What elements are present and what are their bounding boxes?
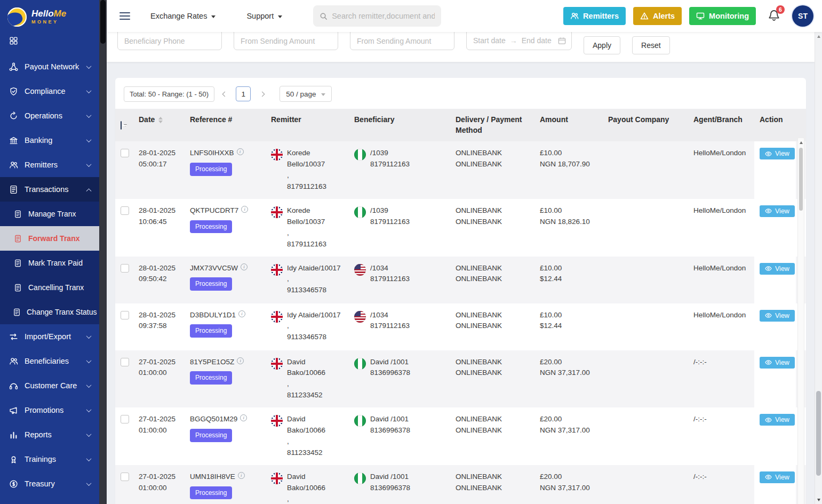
sidebar-item-beneficiaries[interactable]: Beneficiaries (0, 349, 99, 373)
monitor-icon (696, 12, 705, 20)
row-checkbox[interactable] (121, 358, 129, 366)
from-sending-amount-input-2[interactable] (350, 32, 454, 50)
document-icon (13, 235, 22, 243)
from-sending-amount-input[interactable] (234, 32, 338, 50)
delivery-payment-cell: ONLINEBANK ONLINEBANK (450, 199, 534, 257)
people-icon (9, 357, 18, 366)
select-all-checkbox[interactable] (121, 121, 122, 130)
chevron-down-icon (86, 382, 92, 388)
prev-page-button[interactable] (218, 87, 232, 101)
monitoring-button[interactable]: Monitoring (689, 7, 756, 25)
sidebar-item-forward-tranx[interactable]: Forward Tranx (0, 226, 99, 251)
row-checkbox[interactable] (121, 264, 129, 273)
notifications-bell[interactable]: 6 (768, 9, 781, 23)
status-badge: Processing (190, 429, 232, 442)
chevron-down-icon (86, 113, 92, 118)
view-button[interactable]: View (760, 414, 795, 426)
sidebar-item-mark-tranx-paid[interactable]: Mark Tranx Paid (0, 251, 99, 275)
scroll-down-icon[interactable] (815, 496, 822, 503)
amount-cell: £20.00 NGN 37,317.00 (534, 407, 603, 465)
sidebar-item-promotions[interactable]: Promotions (0, 398, 99, 422)
row-checkbox[interactable] (121, 149, 129, 157)
sidebar-item-reports[interactable]: Reports (0, 422, 99, 447)
sidebar-item-settings[interactable]: Settings (0, 496, 99, 504)
tranx-date: 28-01-2025 (139, 205, 179, 217)
search-input[interactable] (332, 12, 435, 20)
sidebar-scrollbar[interactable] (99, 0, 107, 504)
sort-icon[interactable] (158, 117, 163, 123)
row-checkbox[interactable] (121, 206, 129, 215)
view-button[interactable]: View (760, 263, 795, 275)
view-button[interactable]: View (760, 148, 795, 159)
date-cell: 27-01-2025 01:00:00 (133, 465, 185, 504)
page-number-button[interactable]: 1 (236, 86, 251, 101)
sidebar-item-cancelling-tranx[interactable]: Cancelling Tranx (0, 275, 99, 300)
sidebar-item-trainings[interactable]: Trainings (0, 447, 99, 471)
date-range-picker[interactable]: Start date End date (466, 32, 572, 50)
table-scrollbar-thumb[interactable] (799, 148, 803, 211)
info-icon[interactable]: i (238, 472, 245, 479)
info-icon[interactable]: i (241, 206, 248, 213)
sidebar-item-label: Beneficiaries (25, 357, 81, 365)
support-dropdown[interactable]: Support (246, 12, 282, 20)
remitters-button[interactable]: Remitters (563, 7, 626, 25)
agent-branch-cell: HelloMe/London (688, 141, 754, 199)
date-cell: 28-01-2025 09:50:42 (133, 257, 185, 303)
remitter-flag-icon (271, 415, 283, 427)
apply-button[interactable]: Apply (584, 36, 620, 54)
info-icon[interactable]: i (237, 357, 244, 364)
sidebar-item-import-export[interactable]: Import/Export (0, 324, 99, 349)
sidebar-item-banking[interactable]: Banking (0, 128, 99, 153)
row-checkbox[interactable] (121, 311, 129, 319)
sidebar-item-transactions[interactable]: Transactions (0, 177, 99, 202)
scroll-up-icon[interactable] (815, 33, 822, 40)
info-icon[interactable]: i (237, 148, 244, 155)
status-badge: Processing (190, 486, 232, 500)
page-scrollbar-thumb[interactable] (816, 391, 821, 476)
agent-branch-cell: HelloMe/London (688, 303, 754, 350)
receiving-amount: $12.44 (540, 274, 597, 285)
beneficiary-phone-input[interactable] (117, 32, 222, 50)
page-size-select[interactable]: 50 / page (280, 86, 332, 102)
info-icon[interactable]: i (238, 310, 245, 317)
beneficiary-cell: David /1001 8136996378 (349, 350, 450, 408)
sidebar-scrollbar-thumb[interactable] (100, 0, 106, 44)
reset-button[interactable]: Reset (632, 36, 670, 54)
view-button[interactable]: View (760, 357, 795, 369)
sidebar-item-partial[interactable] (0, 34, 99, 54)
sidebar-item-change-tranx-status[interactable]: Change Tranx Status (0, 300, 99, 324)
sidebar-item-compliance[interactable]: Compliance (0, 79, 99, 103)
hamburger-menu-button[interactable] (119, 12, 130, 20)
sidebar-menu: Payout Network Compliance Operations Ban… (0, 34, 99, 504)
table-scrollbar[interactable] (797, 138, 804, 504)
row-checkbox[interactable] (121, 415, 129, 423)
header-date[interactable]: Date (133, 109, 185, 141)
delivery-method: ONLINEBANK (456, 357, 529, 368)
sidebar-item-treasury[interactable]: Treasury (0, 471, 99, 496)
header-reference: Reference # (185, 109, 266, 141)
beneficiary-phone: 8136996378 (370, 483, 410, 494)
view-button[interactable]: View (760, 205, 795, 217)
row-checkbox[interactable] (121, 473, 129, 481)
sidebar-item-remitters[interactable]: Remitters (0, 153, 99, 177)
exchange-rates-dropdown[interactable]: Exchange Rates (150, 12, 216, 20)
page-scrollbar[interactable] (815, 32, 822, 504)
next-page-button[interactable] (255, 87, 269, 101)
user-avatar[interactable]: ST (792, 5, 813, 27)
info-icon[interactable]: i (240, 414, 247, 421)
import-export-icon (9, 332, 18, 341)
search-box[interactable] (313, 5, 441, 27)
sidebar-item-manage-tranx[interactable]: Manage Tranx (0, 202, 99, 226)
remitter-name: David Bako/10066 (287, 471, 344, 494)
view-button[interactable]: View (760, 310, 795, 322)
payment-method: ONLINEBANK (456, 274, 529, 285)
view-button[interactable]: View (760, 471, 795, 483)
sidebar-item-customer-care[interactable]: Customer Care (0, 373, 99, 398)
alerts-button[interactable]: Alerts (633, 7, 682, 25)
sidebar-item-payout-network[interactable]: Payout Network (0, 54, 99, 79)
sidebar-item-operations[interactable]: Operations (0, 103, 99, 128)
page-size-value: 50 / page (286, 90, 316, 98)
status-badge: Processing (190, 163, 232, 176)
info-icon[interactable]: i (241, 263, 248, 270)
scroll-up-icon[interactable] (798, 139, 804, 146)
